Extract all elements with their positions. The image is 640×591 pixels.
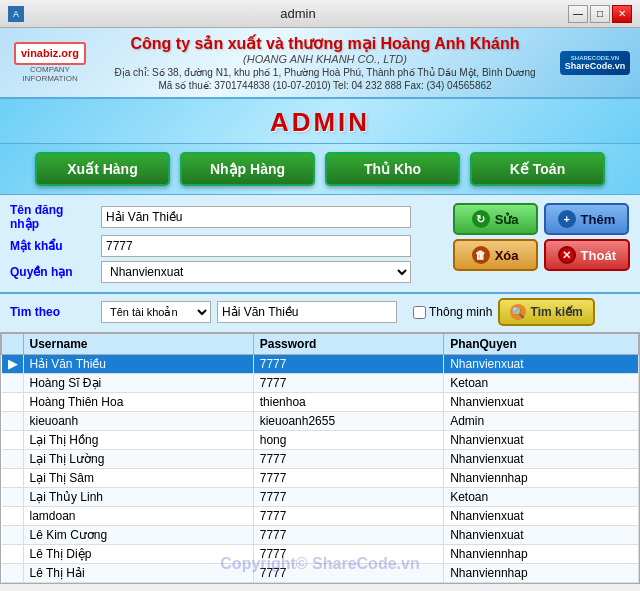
window-controls: — □ ✕ (568, 5, 632, 23)
password-input[interactable] (101, 235, 411, 257)
user-table: Username Password PhanQuyen ▶Hải Văn Thi… (1, 333, 639, 583)
table-row[interactable]: Lê Kim Cương7777Nhanvienxuat (2, 526, 639, 545)
admin-title: ADMIN (0, 107, 640, 138)
row-password: kieuoanh2655 (253, 412, 443, 431)
row-password: 7777 (253, 450, 443, 469)
row-password: 7777 (253, 564, 443, 583)
thong-minh-checkbox[interactable] (413, 306, 426, 319)
table-header-row: Username Password PhanQuyen (2, 334, 639, 355)
table-row[interactable]: Lại Thị Lường7777Nhanvienxuat (2, 450, 639, 469)
app-icon: A (8, 6, 24, 22)
search-input[interactable] (217, 301, 397, 323)
table-row[interactable]: lamdoan7777Nhanvienxuat (2, 507, 639, 526)
app-header: vinabiz.org COMPANY INFORMATION Công ty … (0, 28, 640, 99)
row-permission: Nhanvienxuat (444, 526, 639, 545)
table-row[interactable]: Lại Thị HồnghongNhanvienxuat (2, 431, 639, 450)
title-bar: A admin — □ ✕ (0, 0, 640, 28)
table-row[interactable]: Hoàng Sĩ Đại7777Ketoan (2, 374, 639, 393)
row-password: 7777 (253, 488, 443, 507)
row-password: 7777 (253, 355, 443, 374)
close-button[interactable]: ✕ (612, 5, 632, 23)
row-username: Lại Thị Sâm (23, 469, 253, 488)
company-tax: Mã số thuế: 3701744838 (10-07-2010) Tel:… (100, 80, 550, 91)
table-row[interactable]: Lại Thị Sâm7777Nhanviennhap (2, 469, 639, 488)
table-container[interactable]: Username Password PhanQuyen ▶Hải Văn Thi… (0, 332, 640, 584)
nav-thu-kho[interactable]: Thủ Kho (325, 152, 460, 186)
row-username: kieuoanh (23, 412, 253, 431)
row-arrow (2, 393, 24, 412)
row-permission: Nhanviennhap (444, 469, 639, 488)
table-row[interactable]: Lại Thủy Linh7777Ketoan (2, 488, 639, 507)
row-password: 7777 (253, 545, 443, 564)
search-icon: 🔍 (510, 304, 526, 320)
window-title: admin (28, 6, 568, 21)
them-icon: + (558, 210, 576, 228)
col-permission-header: PhanQuyen (444, 334, 639, 355)
sua-label: Sửa (495, 212, 519, 227)
row-username: Hải Văn Thiều (23, 355, 253, 374)
table-row[interactable]: kieuoanhkieuoanh2655Admin (2, 412, 639, 431)
row-permission: Nhanvienxuat (444, 355, 639, 374)
row-permission: Nhanviennhap (444, 564, 639, 583)
thoat-button[interactable]: ✕ Thoát (544, 239, 630, 271)
logo-box: vinabiz.org (14, 42, 86, 65)
tim-kiem-label: Tìm kiếm (530, 305, 582, 319)
row-arrow (2, 469, 24, 488)
row-username: Lê Thị Hải (23, 564, 253, 583)
xoa-button[interactable]: 🗑 Xóa (453, 239, 538, 271)
table-row[interactable]: Lê Thị Diệp7777Nhanviennhap (2, 545, 639, 564)
admin-banner: ADMIN (0, 99, 640, 144)
search-row: Tìm theo Tên tài khoảnMật khẩuQuyền hạn … (0, 294, 640, 332)
table-row[interactable]: Hoàng Thiên HoathienhoaNhanvienxuat (2, 393, 639, 412)
them-label: Thêm (581, 212, 616, 227)
password-row: Mật khẩu (10, 235, 439, 257)
xoa-icon: 🗑 (472, 246, 490, 264)
tim-kiem-button[interactable]: 🔍 Tìm kiếm (498, 298, 594, 326)
maximize-button[interactable]: □ (590, 5, 610, 23)
logo-area: vinabiz.org COMPANY INFORMATION (10, 42, 90, 83)
sharecode-top: SHARECODE.VN (564, 55, 626, 61)
row-password: thienhoa (253, 393, 443, 412)
row-password: hong (253, 431, 443, 450)
minimize-button[interactable]: — (568, 5, 588, 23)
row-username: Lê Thị Diệp (23, 545, 253, 564)
username-row: Tên đăng nhập (10, 203, 439, 231)
row-arrow (2, 431, 24, 450)
permission-select[interactable]: NhanvienxuatAdminKetoanNhanviennhap (101, 261, 411, 283)
thoat-label: Thoát (581, 248, 616, 263)
search-type-select[interactable]: Tên tài khoảnMật khẩuQuyền hạn (101, 301, 211, 323)
row-arrow (2, 450, 24, 469)
xoa-label: Xóa (495, 248, 519, 263)
row-arrow (2, 545, 24, 564)
username-input[interactable] (101, 206, 411, 228)
row-arrow (2, 507, 24, 526)
nav-xuat-hang[interactable]: Xuất Hàng (35, 152, 170, 186)
row-arrow (2, 374, 24, 393)
permission-label: Quyền hạn (10, 265, 95, 279)
row-arrow (2, 564, 24, 583)
nav-ke-toan[interactable]: Kế Toán (470, 152, 605, 186)
table-row[interactable]: Lê Thị Hải7777Nhanviennhap (2, 564, 639, 583)
company-name-vn: Công ty sản xuất và thương mại Hoàng Anh… (100, 34, 550, 53)
table-wrapper: Username Password PhanQuyen ▶Hải Văn Thi… (0, 332, 640, 591)
row-username: Lại Thị Hồng (23, 431, 253, 450)
col-username-header: Username (23, 334, 253, 355)
form-and-actions: Tên đăng nhập Mật khẩu Quyền hạn Nhanvie… (10, 203, 630, 287)
company-address: Địa chỉ: Số 38, đường N1, khu phố 1, Phư… (100, 67, 550, 78)
row-permission: Nhanviennhap (444, 545, 639, 564)
row-permission: Ketoan (444, 488, 639, 507)
row-arrow (2, 526, 24, 545)
row-password: 7777 (253, 507, 443, 526)
row-permission: Nhanvienxuat (444, 507, 639, 526)
thong-minh-label: Thông minh (429, 305, 492, 319)
sua-button[interactable]: ↻ Sửa (453, 203, 538, 235)
row-permission: Ketoan (444, 374, 639, 393)
row-username: Hoàng Thiên Hoa (23, 393, 253, 412)
company-name-en: (HOANG ANH KHANH CO., LTD) (100, 53, 550, 65)
table-row[interactable]: ▶Hải Văn Thiều7777Nhanvienxuat (2, 355, 639, 374)
col-password-header: Password (253, 334, 443, 355)
table-body: ▶Hải Văn Thiều7777NhanvienxuatHoàng Sĩ Đ… (2, 355, 639, 583)
nav-nhap-hang[interactable]: Nhập Hàng (180, 152, 315, 186)
them-button[interactable]: + Thêm (544, 203, 630, 235)
company-info: Công ty sản xuất và thương mại Hoàng Anh… (100, 34, 550, 91)
